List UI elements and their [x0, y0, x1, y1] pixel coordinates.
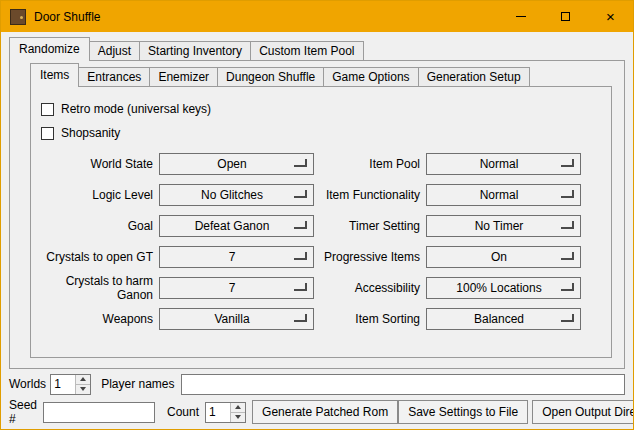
item-functionality-label: Item Functionality [314, 188, 426, 202]
goal-label: Goal [31, 219, 159, 233]
open-output-directory-button[interactable]: Open Output Directory [532, 400, 634, 424]
tab-generation-setup[interactable]: Generation Setup [418, 67, 530, 86]
settings-row: Goal Defeat Ganon Timer Setting No Timer [31, 215, 611, 237]
tab-entrances[interactable]: Entrances [78, 67, 150, 86]
weapons-dropdown[interactable]: Vanilla [159, 308, 314, 330]
settings-row: Logic Level No Glitches Item Functionali… [31, 184, 611, 206]
tab-items[interactable]: Items [30, 63, 79, 87]
worlds-spin-down-button[interactable] [76, 384, 90, 394]
worlds-input[interactable] [51, 375, 75, 394]
save-settings-button[interactable]: Save Settings to File [398, 400, 528, 424]
tab-dungeon-shuffle[interactable]: Dungeon Shuffle [217, 67, 324, 86]
close-icon: × [606, 9, 615, 24]
inner-tabbar: Items Entrances Enemizer Dungeon Shuffle… [30, 63, 612, 86]
weapons-value: Vanilla [160, 312, 294, 326]
worlds-spinner[interactable] [50, 374, 91, 395]
dropdown-indicator-icon [561, 314, 574, 322]
crystals-gt-dropdown[interactable]: 7 [159, 246, 314, 268]
outer-tabbar: Randomize Adjust Starting Inventory Cust… [9, 37, 625, 60]
count-label: Count [167, 405, 199, 419]
settings-row: Crystals to harm Ganon 7 Accessibility 1… [31, 277, 611, 299]
item-sorting-label: Item Sorting [314, 312, 426, 326]
door-shuffle-window: Door Shuffle × Randomize Adjust Starting… [0, 0, 634, 430]
titlebar: Door Shuffle × [1, 1, 633, 32]
tab-adjust[interactable]: Adjust [89, 41, 140, 60]
tab-custom-item-pool[interactable]: Custom Item Pool [250, 41, 363, 60]
inner-notebook: Items Entrances Enemizer Dungeon Shuffle… [30, 63, 612, 358]
retro-mode-row: Retro mode (universal keys) [41, 97, 611, 121]
worlds-spin-up-button[interactable] [76, 375, 90, 384]
settings-row: World State Open Item Pool Normal [31, 153, 611, 175]
count-spin-up-button[interactable] [231, 403, 245, 412]
settings-row: Weapons Vanilla Item Sorting Balanced [31, 308, 611, 330]
outer-notebook: Randomize Adjust Starting Inventory Cust… [9, 37, 625, 369]
items-panel: Retro mode (universal keys) Shopsanity W… [30, 86, 612, 358]
timer-setting-dropdown[interactable]: No Timer [426, 215, 581, 237]
progressive-items-dropdown[interactable]: On [426, 246, 581, 268]
crystals-ganon-value: 7 [160, 281, 294, 295]
count-input[interactable] [206, 403, 230, 422]
tab-starting-inventory[interactable]: Starting Inventory [139, 41, 251, 60]
minimize-icon [516, 16, 526, 17]
item-pool-label: Item Pool [314, 157, 426, 171]
crystals-ganon-label: Crystals to harm Ganon [31, 274, 159, 302]
goal-value: Defeat Ganon [160, 219, 294, 233]
shopsanity-row: Shopsanity [41, 121, 611, 145]
crystals-ganon-dropdown[interactable]: 7 [159, 277, 314, 299]
item-pool-value: Normal [427, 157, 561, 171]
count-spin-down-button[interactable] [231, 412, 245, 422]
accessibility-value: 100% Locations [427, 281, 561, 295]
player-names-label: Player names [101, 377, 174, 391]
dropdown-indicator-icon [561, 190, 574, 198]
minimize-button[interactable] [498, 1, 543, 32]
dropdown-indicator-icon [294, 190, 307, 198]
dropdown-indicator-icon [294, 252, 307, 260]
goal-dropdown[interactable]: Defeat Ganon [159, 215, 314, 237]
world-state-dropdown[interactable]: Open [159, 153, 314, 175]
world-state-label: World State [31, 157, 159, 171]
dropdown-indicator-icon [294, 221, 307, 229]
tab-enemizer[interactable]: Enemizer [149, 67, 218, 86]
retro-mode-checkbox[interactable] [41, 103, 54, 116]
tab-game-options[interactable]: Game Options [323, 67, 418, 86]
shopsanity-label: Shopsanity [61, 126, 120, 140]
tab-randomize[interactable]: Randomize [9, 37, 90, 61]
item-sorting-dropdown[interactable]: Balanced [426, 308, 581, 330]
seed-label: Seed # [9, 398, 37, 426]
shopsanity-checkbox[interactable] [41, 127, 54, 140]
maximize-button[interactable] [543, 1, 588, 32]
app-icon [10, 9, 26, 25]
weapons-label: Weapons [31, 312, 159, 326]
accessibility-label: Accessibility [314, 281, 426, 295]
arrow-down-icon [80, 387, 86, 391]
item-functionality-dropdown[interactable]: Normal [426, 184, 581, 206]
dropdown-indicator-icon [561, 159, 574, 167]
maximize-icon [561, 12, 570, 21]
settings-row: Crystals to open GT 7 Progressive Items … [31, 246, 611, 268]
count-spinner[interactable] [205, 402, 246, 423]
crystals-gt-label: Crystals to open GT [31, 250, 159, 264]
seed-input[interactable] [43, 402, 155, 423]
generate-patched-rom-button[interactable]: Generate Patched Rom [252, 400, 398, 424]
logic-level-dropdown[interactable]: No Glitches [159, 184, 314, 206]
progressive-items-label: Progressive Items [314, 250, 426, 264]
player-names-input[interactable] [181, 374, 626, 395]
randomize-panel: Items Entrances Enemizer Dungeon Shuffle… [9, 60, 625, 369]
window-title: Door Shuffle [34, 10, 101, 24]
timer-setting-value: No Timer [427, 219, 561, 233]
accessibility-dropdown[interactable]: 100% Locations [426, 277, 581, 299]
item-pool-dropdown[interactable]: Normal [426, 153, 581, 175]
dropdown-indicator-icon [561, 283, 574, 291]
seed-row: Seed # Count Generate Patched Rom Save S… [9, 400, 625, 424]
close-button[interactable]: × [588, 1, 633, 32]
arrow-up-icon [235, 405, 241, 409]
dropdown-indicator-icon [561, 221, 574, 229]
world-state-value: Open [160, 157, 294, 171]
arrow-up-icon [80, 377, 86, 381]
dropdown-indicator-icon [561, 252, 574, 260]
dropdown-indicator-icon [294, 314, 307, 322]
arrow-down-icon [235, 415, 241, 419]
retro-mode-label: Retro mode (universal keys) [61, 102, 211, 116]
count-spin-arrows [230, 403, 245, 422]
item-functionality-value: Normal [427, 188, 561, 202]
